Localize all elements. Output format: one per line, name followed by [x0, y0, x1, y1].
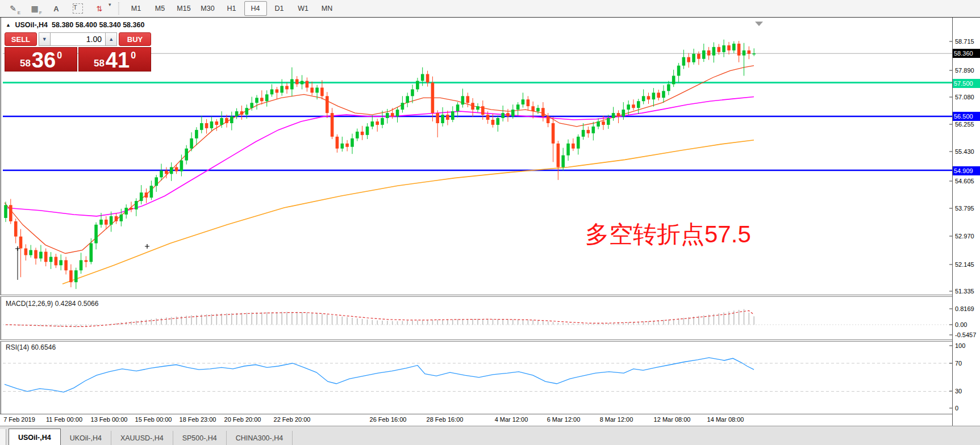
trading-app-window: ✎E▦FAT⇅▾ M1M5M15M30H1H4D1W1MN ▲ USOil-,H…	[0, 0, 980, 445]
timeframe-button-m15[interactable]: M15	[173, 1, 195, 16]
buy-price-int: 58	[94, 58, 105, 68]
price-tick-55.430: 55.430	[955, 148, 980, 155]
sell-price-int: 58	[20, 58, 31, 68]
chart-expert-icon[interactable]: ✎E	[5, 2, 22, 15]
price-tick-51.335: 51.335	[955, 288, 980, 295]
chart-tab-ukoil-h4[interactable]: UKOil-,H4	[61, 431, 111, 445]
timeframe-button-m30[interactable]: M30	[197, 1, 219, 16]
one-click-trade-panel: SELL ▼ ▲ BUY 58 36 0 58 41 0	[5, 32, 151, 72]
chart-tab-xauusd-h4[interactable]: XAUUSD-,H4	[111, 431, 173, 445]
macd-indicator-label: MACD(12,26,9) 0.4284 0.5066	[6, 300, 98, 308]
buy-price-display[interactable]: 58 41 0	[78, 47, 151, 72]
annotation-text: 多空转折点57.5	[585, 219, 751, 250]
chart-tab-china300-h4[interactable]: CHINA300-,H4	[227, 431, 293, 445]
time-label: 14 Mar 08:00	[707, 416, 744, 423]
price-tick-52.970: 52.970	[955, 233, 980, 240]
timeframe-button-mn[interactable]: MN	[316, 1, 339, 16]
timeframe-button-m1[interactable]: M1	[125, 1, 148, 16]
volume-decrease-button[interactable]: ▼	[39, 32, 51, 46]
timeframe-button-h1[interactable]: H1	[220, 1, 243, 16]
arrows-dropdown-caret-icon[interactable]: ▾	[109, 2, 111, 15]
time-label: 22 Feb 20:00	[274, 416, 311, 423]
price-badge-58.360: 58.360	[953, 49, 980, 58]
time-label: 26 Feb 16:00	[370, 416, 407, 423]
price-badge-56.500: 56.500	[953, 112, 980, 121]
price-badge-57.500: 57.500	[953, 79, 980, 88]
sell-price-pip: 0	[57, 51, 62, 60]
price-tick-54.605: 54.605	[955, 178, 980, 184]
timeframe-buttons: M1M5M15M30H1H4D1W1MN	[124, 1, 339, 16]
text-box-icon[interactable]: T	[69, 2, 86, 15]
price-tick-53.795: 53.795	[955, 205, 980, 212]
price-tick-57.890: 57.890	[955, 67, 980, 74]
rsi-tick-0: 0	[955, 405, 980, 412]
macd-tick--0.5457: -0.5457	[955, 331, 980, 338]
chart-tab-bar: USOil-,H4UKOil-,H4XAUUSD-,H4SP500-,H4CHI…	[0, 426, 980, 445]
price-badge-54.909: 54.909	[953, 166, 980, 175]
rsi-indicator-label: RSI(14) 60.6546	[6, 343, 56, 351]
macd-chart-canvas[interactable]	[0, 296, 952, 339]
time-label: 12 Mar 08:00	[654, 416, 691, 423]
chart-window: ▲ USOil-,H4 58.380 58.400 58.340 58.360 …	[0, 17, 980, 426]
chart-tab-sp500-h4[interactable]: SP500-,H4	[173, 431, 227, 445]
rsi-tick-100: 100	[955, 342, 980, 349]
buy-price-pip: 0	[131, 51, 136, 60]
macd-tick-0.00: 0.00	[955, 321, 980, 328]
collapse-triangle-icon[interactable]: ▲	[6, 22, 11, 28]
time-label: 6 Mar 12:00	[547, 416, 581, 423]
macd-tick-0.8169: 0.8169	[955, 305, 980, 312]
toolbar-icons: ✎E▦FAT⇅▾	[0, 2, 111, 15]
time-label: 7 Feb 2019	[3, 416, 35, 423]
chart-ohlc-values: 58.380 58.400 58.340 58.360	[52, 21, 144, 29]
rsi-tick-70: 70	[955, 360, 980, 367]
sell-price-main: 36	[32, 51, 56, 69]
chart-symbol-label: USOil-,H4	[15, 21, 48, 29]
time-label: 28 Feb 16:00	[427, 416, 464, 423]
timeframe-button-h4[interactable]: H4	[244, 1, 267, 16]
buy-button[interactable]: BUY	[119, 32, 151, 46]
volume-input[interactable]	[51, 32, 105, 46]
chart-tab-usoil-h4[interactable]: USOil-,H4	[9, 429, 61, 445]
time-label: 8 Mar 12:00	[600, 416, 633, 423]
grid-fractal-icon[interactable]: ▦F	[26, 2, 43, 15]
rsi-chart-canvas[interactable]	[0, 341, 952, 413]
volume-increase-button[interactable]: ▲	[105, 32, 117, 46]
sell-price-display[interactable]: 58 36 0	[5, 47, 77, 72]
main-toolbar: ✎E▦FAT⇅▾ M1M5M15M30H1H4D1W1MN	[0, 0, 980, 18]
rsi-tick-30: 30	[955, 388, 980, 394]
price-tick-52.145: 52.145	[955, 261, 980, 268]
timeframe-button-w1[interactable]: W1	[292, 1, 315, 16]
time-label: 13 Feb 00:00	[91, 416, 128, 423]
tab-scroll-button[interactable]	[0, 429, 6, 445]
time-label: 4 Mar 12:00	[495, 416, 528, 423]
arrows-style-icon[interactable]: ⇅	[91, 2, 108, 15]
price-tick-58.715: 58.715	[955, 38, 980, 45]
time-label: 11 Feb 00:00	[46, 416, 82, 423]
chart-tabs: USOil-,H4UKOil-,H4XAUUSD-,H4SP500-,H4CHI…	[9, 429, 293, 445]
text-label-icon[interactable]: A	[48, 2, 65, 15]
timeframe-button-d1[interactable]: D1	[268, 1, 291, 16]
sell-button[interactable]: SELL	[5, 32, 37, 46]
toolbar-separator	[118, 2, 120, 15]
timeframe-button-m5[interactable]: M5	[149, 1, 172, 16]
time-axis[interactable]: 7 Feb 201911 Feb 00:0013 Feb 00:0015 Feb…	[0, 414, 952, 426]
price-tick-57.080: 57.080	[955, 94, 980, 100]
time-label: 18 Feb 23:00	[180, 416, 216, 423]
time-label: 20 Feb 20:00	[224, 416, 261, 423]
chart-title: ▲ USOil-,H4 58.380 58.400 58.340 58.360	[6, 21, 144, 29]
time-label: 15 Feb 00:00	[135, 416, 172, 423]
buy-price-main: 41	[106, 51, 130, 69]
price-tick-56.255: 56.255	[955, 121, 980, 128]
